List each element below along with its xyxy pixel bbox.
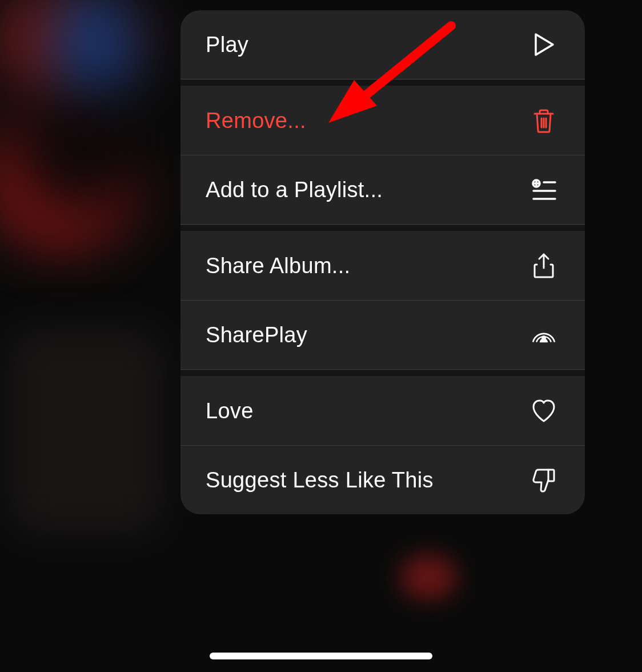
menu-item-label: Suggest Less Like This bbox=[206, 468, 434, 493]
menu-item-add-playlist[interactable]: Add to a Playlist... bbox=[180, 155, 585, 225]
menu-item-love[interactable]: Love bbox=[180, 377, 585, 446]
menu-item-label: Share Album... bbox=[206, 254, 350, 278]
home-indicator[interactable] bbox=[210, 653, 432, 659]
shareplay-icon bbox=[530, 321, 557, 349]
menu-separator bbox=[180, 370, 585, 377]
heart-icon bbox=[530, 397, 557, 425]
menu-item-label: Play bbox=[206, 33, 248, 57]
menu-item-suggest-less[interactable]: Suggest Less Like This bbox=[180, 446, 585, 514]
menu-item-share-album[interactable]: Share Album... bbox=[180, 231, 585, 301]
thumbs-down-icon bbox=[530, 466, 557, 494]
menu-item-label: Remove... bbox=[206, 109, 306, 133]
share-icon bbox=[530, 252, 557, 279]
add-playlist-icon bbox=[530, 176, 557, 203]
blurred-bg-elem bbox=[11, 331, 160, 531]
menu-item-label: Love bbox=[206, 399, 254, 423]
menu-item-remove[interactable]: Remove... bbox=[180, 86, 585, 155]
menu-item-shareplay[interactable]: SharePlay bbox=[180, 301, 585, 370]
menu-item-label: Add to a Playlist... bbox=[206, 178, 383, 202]
blurred-bg-elem bbox=[400, 554, 457, 600]
menu-item-label: SharePlay bbox=[206, 323, 307, 347]
context-menu: Play Remove... Add to a Playlist... bbox=[180, 10, 585, 514]
menu-separator bbox=[180, 225, 585, 231]
trash-icon bbox=[530, 107, 557, 134]
menu-separator bbox=[180, 79, 585, 86]
menu-item-play[interactable]: Play bbox=[180, 10, 585, 79]
play-icon bbox=[530, 31, 557, 58]
